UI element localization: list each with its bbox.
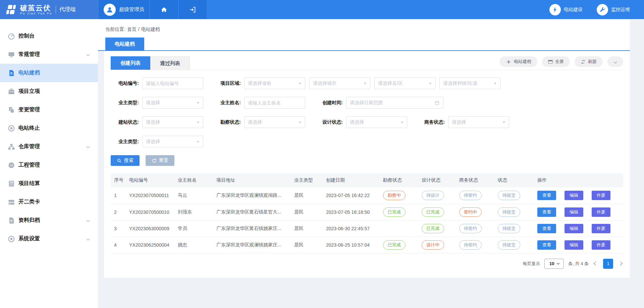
date-range-input[interactable]: 请选择日期范围 xyxy=(346,97,443,109)
logo-icon xyxy=(5,4,17,15)
field-label: 业主类型: xyxy=(111,139,139,145)
sidebar-item-general-mgmt[interactable]: 常规管理 xyxy=(0,45,98,64)
select-placeholder: 请选择 xyxy=(146,119,160,125)
void-button[interactable]: 作废 xyxy=(592,224,610,233)
refresh-button[interactable]: 刷新 xyxy=(575,56,603,67)
edit-button[interactable]: 编辑 xyxy=(565,191,583,200)
town-select[interactable]: 请选择村镇/街道▼ xyxy=(439,77,500,89)
filter-build-status: 建站状态: 请选择▼ xyxy=(111,116,203,128)
sidebar-item-console[interactable]: 控制台 xyxy=(0,27,98,45)
breadcrumb-current: 电站建档 xyxy=(141,26,160,33)
filter-row: 业主类型: 请选择▼ 业主姓名: 创建时间: 请选择日期范围 xyxy=(111,97,623,109)
edit-button[interactable]: 编辑 xyxy=(565,240,583,250)
current-page-button[interactable]: 1 xyxy=(603,259,613,269)
sidebar-item-open-type2-card[interactable]: 开二类卡 xyxy=(0,193,98,211)
sitemap-icon xyxy=(7,143,15,151)
plus-icon: ＋ xyxy=(505,59,512,65)
city-select[interactable]: 请选择城市▼ xyxy=(309,77,370,89)
copy-icon xyxy=(7,106,15,114)
owner-name-input[interactable] xyxy=(248,100,302,106)
page-tab-station-archive[interactable]: 电站建档 xyxy=(105,38,144,50)
logout-button[interactable] xyxy=(178,0,207,19)
sidebar-item-project-approval[interactable]: 项目立项 xyxy=(0,82,98,101)
sidebar-item-label: 项目结算 xyxy=(18,180,40,187)
cell-owner-type: 居民 xyxy=(291,220,323,237)
select-placeholder: 请选择省份 xyxy=(248,80,271,86)
prev-page-button[interactable] xyxy=(593,261,599,266)
sidebar-item-warehouse-mgmt[interactable]: 仓库管理 xyxy=(0,137,98,156)
design-status-select[interactable]: 请选择▼ xyxy=(346,116,407,128)
search-button[interactable]: 搜索 xyxy=(111,155,140,166)
nav-station-build[interactable]: 电站建设 xyxy=(549,0,583,19)
sidebar-item-station-archive[interactable]: 电站建档 xyxy=(0,64,98,82)
user-menu[interactable]: 超级管理员 xyxy=(98,0,150,19)
collapse-button[interactable] xyxy=(607,56,623,67)
select-placeholder: 请选择 xyxy=(146,100,160,106)
page-size-select[interactable]: 10 xyxy=(544,259,564,269)
button-label: 全屏 xyxy=(555,59,564,65)
next-page-button[interactable] xyxy=(618,261,623,266)
view-button[interactable]: 查看 xyxy=(537,207,556,217)
survey-status-badge: 勘察中 xyxy=(383,191,406,200)
cell-address: 广东深圳龙华区观澜镇姚家庄... xyxy=(213,237,291,253)
breadcrumb: 当前位置: 首页 / 电站建档 xyxy=(98,19,630,33)
tab-create-list[interactable]: 创建列表 xyxy=(111,56,150,70)
settings-icon xyxy=(7,235,15,243)
county-select[interactable]: 请选择县/区▼ xyxy=(374,77,435,89)
owner-type-select[interactable]: 请选择▼ xyxy=(142,97,203,109)
business-status-select[interactable]: 请选择▼ xyxy=(448,116,509,128)
survey-status-badge: 已完成 xyxy=(383,240,406,250)
field-label: 商务状态: xyxy=(417,119,445,125)
sidebar-item-system-settings[interactable]: 系统设置 xyxy=(0,230,98,248)
fullscreen-button[interactable]: 全屏 xyxy=(542,56,570,67)
column-header: 创建日期 xyxy=(323,173,380,187)
button-label: 搜索 xyxy=(124,158,133,164)
breadcrumb-home[interactable]: 首页 xyxy=(127,26,137,33)
nav-monitor-ops[interactable]: 监控运维 xyxy=(597,0,630,19)
select-placeholder: 请选择县/区 xyxy=(378,80,403,86)
table-row: 4 YX2023062500004 姚忠 广东深圳龙华区观澜镇姚家庄... 居民… xyxy=(111,237,623,253)
sidebar-item-station-terminate[interactable]: 电站终止 xyxy=(0,119,98,137)
sidebar-item-engineering-mgmt[interactable]: 工程管理 xyxy=(0,156,98,174)
cell-created: 2023-07-05 16:42:22 xyxy=(323,187,380,204)
table-row: 2 YX2023070500010 刘强东 广东深圳龙华区黄石镇星官大... 居… xyxy=(111,204,623,220)
column-header: 业主类型 xyxy=(291,173,323,187)
build-status-select[interactable]: 请选择▼ xyxy=(142,116,203,128)
edit-button[interactable]: 编辑 xyxy=(565,207,583,217)
sidebar-item-change-mgmt[interactable]: 变更管理 xyxy=(0,101,98,119)
tab-passed-list[interactable]: 通过列表 xyxy=(150,56,190,70)
button-label: 重置 xyxy=(159,158,168,164)
station-code-input[interactable] xyxy=(146,81,200,86)
province-select[interactable]: 请选择省份▼ xyxy=(244,77,305,89)
void-button[interactable]: 作废 xyxy=(592,240,610,250)
void-button[interactable]: 作废 xyxy=(592,191,610,200)
dropdown-arrow-icon: ▼ xyxy=(196,121,200,124)
business-status-badge: 签约中 xyxy=(459,207,482,217)
portal-label: 代理端 xyxy=(59,6,75,13)
status-badge: 待提交 xyxy=(498,191,520,200)
cell-index: 2 xyxy=(111,204,126,220)
column-header: 序号 xyxy=(111,173,126,187)
sidebar-item-project-settlement[interactable]: 项目结算 xyxy=(0,174,98,193)
field-label: 建站状态: xyxy=(111,119,139,125)
view-button[interactable]: 查看 xyxy=(537,191,556,200)
void-button[interactable]: 作废 xyxy=(592,207,610,217)
breadcrumb-separator: / xyxy=(138,26,140,33)
sidebar-item-label: 电站建档 xyxy=(18,69,40,76)
station-table: 序号 电站编号 业主姓名 项目地址 业主类型 创建日期 勘察状态 设计状态 商务… xyxy=(111,173,623,253)
home-button[interactable] xyxy=(150,0,178,19)
survey-status-select[interactable]: 请选择▼ xyxy=(244,116,305,128)
view-button[interactable]: 查看 xyxy=(537,240,556,250)
reset-button[interactable]: 重置 xyxy=(146,155,174,166)
edit-button[interactable]: 编辑 xyxy=(565,224,583,233)
dropdown-arrow-icon: ▼ xyxy=(363,82,367,85)
add-station-button[interactable]: ＋ 电站建档 xyxy=(499,56,537,67)
column-header: 勘察状态 xyxy=(380,173,418,187)
panel-toolbar: ＋ 电站建档 全屏 刷新 xyxy=(499,56,623,70)
owner-type-2-select[interactable]: 请选择▼ xyxy=(142,136,203,147)
view-button[interactable]: 查看 xyxy=(537,224,556,233)
dropdown-arrow-icon: ▼ xyxy=(196,140,200,143)
logo[interactable]: 破茧云伏 Po Jian Yun Fu 代理端 xyxy=(0,0,98,19)
dropdown-arrow-icon: ▼ xyxy=(298,82,302,85)
sidebar-item-data-archive[interactable]: 资料归档 xyxy=(0,211,98,230)
